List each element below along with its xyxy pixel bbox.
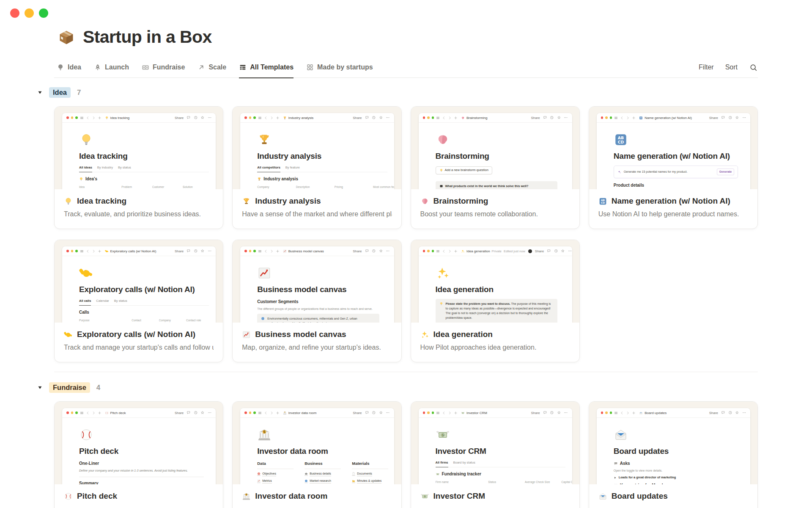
preview-page-link: Minutes & updates [352, 479, 388, 483]
template-card-brainstorming[interactable]: BrainstormingShareBrainstormingAdd a new… [411, 106, 580, 229]
card-title: Board updates [612, 491, 668, 501]
svg-text:$: $ [424, 495, 425, 497]
chev-right-icon [270, 411, 274, 415]
mini-window-title: ABCDName generation (w/ Notion AI) [639, 116, 692, 120]
abcd-icon: ABCD [614, 133, 628, 147]
chev-left-icon [620, 411, 624, 415]
preview-subheading: Idea's [79, 176, 209, 182]
template-card-industry-analysis[interactable]: Industry analysisShareIndustry analysisA… [232, 106, 401, 229]
chev-right-icon [92, 249, 96, 253]
sort-button[interactable]: Sort [725, 64, 738, 71]
comment-icon [547, 249, 551, 253]
lightbulb-icon [79, 133, 93, 147]
mini-window-header: Exploratory calls (w/ Notion AI)Share [62, 246, 216, 256]
preview-page-icon [436, 266, 565, 282]
mini-window-body: Exploratory calls (w/ Notion AI)All call… [62, 256, 216, 323]
window-close-button[interactable] [10, 8, 19, 18]
window-minimize-button[interactable] [25, 8, 34, 18]
money-wings-icon: $ [436, 428, 450, 442]
preview-tab-all-firms: All firms [436, 461, 448, 467]
card-info: Pitch deck [55, 484, 223, 501]
template-card-idea-generation[interactable]: Idea generationPrivateEdited just nowSha… [411, 240, 580, 362]
preview-view-tabs: All firmsBoard by status [436, 461, 565, 467]
grid-icon [306, 64, 314, 71]
brain-icon [436, 133, 450, 147]
card-preview: BrainstormingShareBrainstormingAdd a new… [411, 107, 579, 189]
cards-grid: Pitch deckSharePitch deckOne-LinerDefine… [54, 401, 758, 508]
collapse-triangle-icon[interactable] [37, 385, 43, 390]
mini-window-body: ABCDName generation (w/ Notion AI)Genera… [597, 123, 750, 189]
template-card-business-model-canvas[interactable]: Business model canvasShareBusiness model… [232, 240, 401, 362]
section-badge[interactable]: Idea [49, 87, 71, 98]
plus-icon [98, 249, 102, 253]
card-preview: Idea trackingShareIdea trackingAll ideas… [55, 107, 223, 189]
section-badge[interactable]: Fundraise [49, 382, 90, 393]
tab-all-templates[interactable]: All Templates [239, 57, 294, 78]
plus-icon [276, 411, 280, 415]
card-info: $Investor data room [233, 484, 401, 501]
template-card-investor-data-room[interactable]: $Investor data roomShare$Investor data r… [232, 401, 401, 508]
filter-button[interactable]: Filter [699, 64, 714, 71]
preview-page-icon [614, 428, 743, 443]
plus-icon [632, 411, 636, 415]
template-card-name-generation-w-notion-ai[interactable]: ABCDName generation (w/ Notion AI)ShareA… [589, 106, 758, 229]
star-o-icon [557, 116, 561, 120]
tab-scale[interactable]: Scale [198, 57, 226, 78]
money-wings-icon: $ [461, 411, 465, 415]
template-card-pitch-deck[interactable]: Pitch deckSharePitch deckOne-LinerDefine… [54, 401, 223, 508]
mini-window-body: Pitch deckOne-LinerDefine your company a… [62, 418, 216, 484]
search-icon[interactable] [749, 63, 758, 72]
mini-window-body: Business model canvasCustomer SegmentsTh… [240, 256, 394, 323]
chart-up-icon [257, 479, 261, 483]
mini-zoom-icon [75, 250, 78, 252]
template-card-exploratory-calls-w-notion-ai[interactable]: Exploratory calls (w/ Notion AI)ShareExp… [54, 240, 223, 362]
comment-icon [543, 116, 547, 120]
plus-icon [632, 116, 636, 120]
mini-window-header: ABCDName generation (w/ Notion AI)Share [597, 113, 750, 123]
chev-left-icon [86, 411, 90, 415]
tab-made-by-startups[interactable]: Made by startups [306, 57, 373, 78]
window-zoom-button[interactable] [39, 8, 48, 18]
mini-window-title: $Investor CRM [461, 411, 487, 415]
tab-fundraise[interactable]: Fundraise [142, 57, 185, 78]
page-icon [352, 472, 355, 476]
mini-close-icon [244, 411, 247, 414]
collapse-triangle-icon[interactable] [37, 90, 43, 95]
mini-window: $Investor data roomShare$Investor data r… [240, 408, 394, 484]
mini-share-label: Share [353, 116, 362, 120]
package-icon [57, 28, 76, 47]
card-description: Have a sense of the market and where dif… [242, 210, 392, 218]
chev-right-icon [448, 411, 452, 415]
lightbulb-icon [79, 177, 83, 181]
baseball-icon [105, 411, 109, 415]
mini-window-header: Industry analysisShare [240, 113, 394, 123]
preview-text: Open the toggle to view more details. [614, 469, 743, 473]
mini-share-label: Share [353, 249, 362, 253]
menu-icon [258, 411, 262, 415]
svg-text:AB: AB [601, 199, 605, 201]
preview-table: PurposeContactCompanyContact rolePartner… [79, 318, 209, 323]
mini-zoom-icon [432, 411, 434, 414]
mini-minimize-icon [71, 411, 74, 414]
card-description: Use Notion AI to help generate product n… [598, 210, 748, 218]
tab-idea[interactable]: Idea [57, 57, 81, 78]
mini-close-icon [66, 250, 69, 252]
bank-icon: $ [257, 428, 272, 442]
tab-launch[interactable]: Launch [94, 57, 129, 78]
template-card-investor-crm[interactable]: $Investor CRMShare$Investor CRMAll firms… [411, 401, 580, 508]
template-card-board-updates[interactable]: Board updatesShareBoard updatesAsksOpen … [589, 401, 758, 508]
template-card-idea-tracking[interactable]: Idea trackingShareIdea trackingAll ideas… [54, 106, 223, 229]
comment-icon [543, 411, 547, 415]
preview-subheading: Calls [79, 309, 209, 315]
preview-heading: Investor data room [257, 446, 387, 457]
card-preview: Board updatesShareBoard updatesAsksOpen … [589, 402, 757, 484]
clock-icon [194, 249, 198, 253]
clock-icon [554, 249, 558, 253]
mini-zoom-icon [75, 411, 78, 414]
preview-subheading: $Fundraising tracker [436, 471, 565, 477]
mini-share-label: Share [175, 116, 184, 120]
dots-icon [208, 249, 212, 253]
baseball-icon [64, 492, 73, 501]
mini-close-icon [244, 250, 247, 252]
plus-icon [454, 249, 458, 253]
